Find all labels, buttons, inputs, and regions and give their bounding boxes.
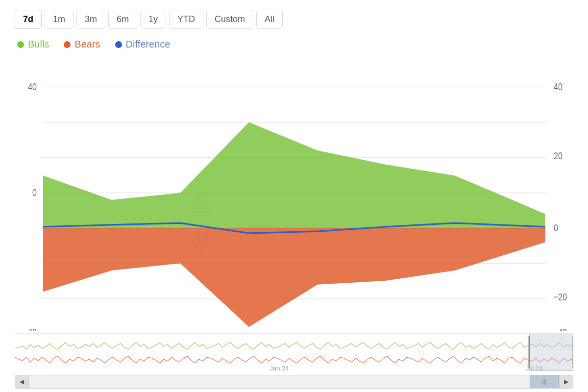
navigator: Jan 24 Jul 24 ◀ ▶ — [15, 333, 573, 387]
legend-label-bulls: Bulls — [28, 39, 49, 50]
main-container: 7d1m3m6m1yYTDCustomAll BullsBearsDiffere… — [0, 0, 588, 392]
time-btn-3m[interactable]: 3m — [76, 10, 105, 29]
legend: BullsBearsDifference — [15, 39, 573, 50]
svg-text:Jan 24: Jan 24 — [270, 365, 289, 372]
svg-text:−20: −20 — [554, 291, 567, 303]
time-btn-6m[interactable]: 6m — [108, 10, 137, 29]
legend-label-difference: Difference — [126, 39, 171, 50]
scroll-left-button[interactable]: ◀ — [15, 375, 29, 389]
chart-svg: 40 0 −40 40 20 0 −20 −40 ⬦ △ ▽ — [15, 55, 573, 331]
scrollbar: ◀ ▶ — [15, 375, 573, 389]
time-btn-7d[interactable]: 7d — [15, 10, 42, 29]
svg-text:40: 40 — [554, 81, 563, 93]
scroll-thumb[interactable] — [530, 375, 559, 389]
scroll-track[interactable] — [29, 375, 559, 389]
legend-dot-bulls — [17, 41, 24, 48]
svg-marker-20 — [43, 228, 545, 327]
svg-text:−40: −40 — [24, 326, 37, 331]
time-range-bar: 7d1m3m6m1yYTDCustomAll — [15, 10, 573, 29]
time-btn-all[interactable]: All — [256, 10, 283, 29]
navigator-svg: Jan 24 Jul 24 — [15, 334, 573, 373]
scroll-right-button[interactable]: ▶ — [559, 375, 573, 389]
legend-dot-bears — [64, 41, 71, 48]
legend-item-difference: Difference — [115, 39, 171, 50]
time-btn-1y[interactable]: 1y — [140, 10, 166, 29]
svg-text:20: 20 — [554, 150, 563, 162]
svg-rect-29 — [15, 334, 573, 373]
time-btn-ytd[interactable]: YTD — [169, 10, 203, 29]
legend-label-bears: Bears — [74, 39, 100, 50]
svg-marker-19 — [43, 122, 545, 228]
svg-text:−40: −40 — [554, 326, 567, 331]
time-btn-custom[interactable]: Custom — [206, 10, 253, 29]
time-btn-1m[interactable]: 1m — [45, 10, 74, 29]
legend-item-bulls: Bulls — [17, 39, 49, 50]
main-chart: 40 0 −40 40 20 0 −20 −40 ⬦ △ ▽ — [15, 55, 573, 331]
svg-rect-32 — [529, 334, 573, 370]
svg-text:40: 40 — [28, 81, 37, 93]
svg-text:0: 0 — [32, 187, 37, 198]
legend-item-bears: Bears — [64, 39, 100, 50]
legend-dot-difference — [115, 41, 122, 48]
svg-text:0: 0 — [554, 222, 558, 234]
chart-area: 40 0 −40 40 20 0 −20 −40 ⬦ △ ▽ — [15, 55, 573, 387]
